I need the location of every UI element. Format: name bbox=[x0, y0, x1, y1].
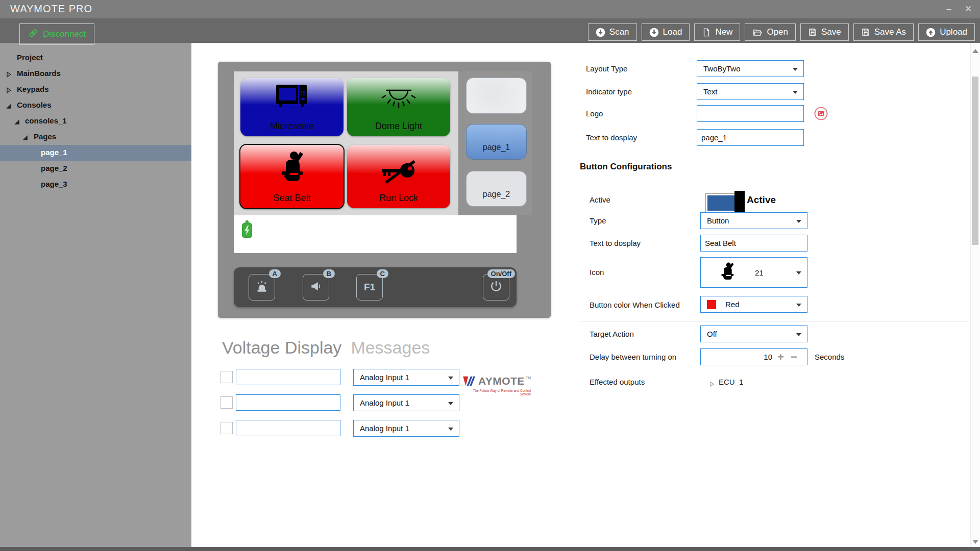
image-icon[interactable] bbox=[814, 107, 828, 122]
save-as-button[interactable]: Save As bbox=[853, 23, 914, 41]
voltage-row-2-source-dropdown[interactable]: Analog Input 1 bbox=[353, 394, 459, 411]
dropdown-value: Analog Input 1 bbox=[360, 424, 409, 433]
delay-stepper[interactable]: + − bbox=[700, 348, 807, 365]
effected-outputs-value[interactable]: ECU_1 bbox=[719, 378, 743, 386]
open-button[interactable]: Open bbox=[745, 23, 796, 41]
button-label: Open bbox=[767, 27, 788, 37]
chevron-down-icon bbox=[448, 377, 453, 380]
tab-messages[interactable]: Messages bbox=[351, 338, 430, 358]
sidebar-item-keypads[interactable]: Keypads bbox=[0, 82, 191, 97]
voltage-row-3-checkbox[interactable] bbox=[220, 422, 233, 434]
chevron-collapsed-icon[interactable] bbox=[709, 380, 715, 385]
badge-on-off: On/Off bbox=[487, 269, 515, 278]
page-tab-blank[interactable] bbox=[466, 78, 527, 114]
indicator-type-dropdown[interactable]: Text bbox=[697, 83, 804, 100]
voltage-row-1-checkbox[interactable] bbox=[220, 371, 233, 383]
dropdown-value: TwoByTwo bbox=[703, 64, 741, 73]
load-button[interactable]: Load bbox=[642, 23, 690, 41]
sidebar-item-project[interactable]: Project bbox=[0, 50, 191, 66]
scan-button[interactable]: Scan bbox=[588, 23, 637, 41]
button-text-label: Text to dosplay bbox=[590, 239, 641, 247]
page-tab-page-2[interactable]: page_2 bbox=[466, 171, 527, 207]
sidebar-item-label: Project bbox=[17, 53, 43, 62]
bottom-strip bbox=[0, 547, 980, 551]
logo-input[interactable] bbox=[697, 105, 804, 122]
voltage-row-3-input[interactable] bbox=[236, 420, 340, 436]
scroll-down-icon[interactable] bbox=[972, 540, 978, 544]
voltage-row-1-source-dropdown[interactable]: Analog Input 1 bbox=[353, 369, 459, 386]
new-button[interactable]: New bbox=[694, 23, 740, 41]
circle-down-arrow-icon bbox=[596, 28, 605, 37]
active-label: Active bbox=[590, 195, 610, 204]
chevron-collapsed-icon[interactable] bbox=[6, 86, 12, 93]
button-label: Save bbox=[821, 27, 841, 37]
voltage-row-1-input[interactable] bbox=[236, 369, 340, 385]
floppy-icon bbox=[861, 28, 870, 37]
vertical-scrollbar[interactable] bbox=[970, 43, 980, 547]
voltage-row-2-input[interactable] bbox=[236, 394, 340, 411]
hardware-button-power: On/Off bbox=[483, 274, 509, 300]
minimize-button[interactable]: – bbox=[942, 3, 955, 15]
scrollbar-thumb[interactable] bbox=[972, 77, 978, 245]
circle-up-arrow-icon bbox=[926, 28, 936, 37]
sidebar-item-mainboards[interactable]: MainBoards bbox=[0, 66, 191, 82]
project-tree-sidebar: Project MainBoards Keypads Consoles cons… bbox=[0, 43, 191, 547]
disconnect-button[interactable]: Disconnect bbox=[19, 23, 94, 45]
button-configurations-heading: Button Configurations bbox=[580, 162, 672, 172]
color-swatch bbox=[707, 300, 716, 309]
delay-unit-label: Seconds bbox=[815, 353, 844, 361]
layout-type-dropdown[interactable]: TwoByTwo bbox=[697, 60, 804, 77]
waymote-pro-window: WAYMOTE PRO – ✕ Disconnect Scan Load New… bbox=[0, 0, 980, 551]
preview-button-seat-belt[interactable]: Seat Belt bbox=[239, 144, 345, 209]
indicator-type-label: Indicator type bbox=[586, 87, 632, 96]
delay-input[interactable] bbox=[701, 349, 772, 365]
battery-icon bbox=[241, 219, 253, 241]
preview-button-dome-light[interactable]: Dome Light bbox=[347, 78, 450, 136]
sidebar-item-consoles-1[interactable]: consoles_1 bbox=[0, 113, 191, 129]
upload-button[interactable]: Upload bbox=[918, 23, 975, 41]
sidebar-item-label: Keypads bbox=[17, 85, 49, 93]
sidebar-item-page-2[interactable]: page_2 bbox=[0, 161, 191, 177]
tab-voltage-display[interactable]: Voltage Display bbox=[222, 338, 341, 358]
microwave-icon bbox=[240, 84, 344, 108]
target-action-dropdown[interactable]: Off bbox=[700, 325, 807, 342]
sidebar-item-pages[interactable]: Pages bbox=[0, 129, 191, 145]
sidebar-item-label: Consoles bbox=[17, 101, 52, 109]
sidebar-item-page-3[interactable]: page_3 bbox=[0, 177, 191, 192]
sidebar-item-consoles[interactable]: Consoles bbox=[0, 97, 191, 113]
page-tab-page-1[interactable]: page_1 bbox=[466, 124, 527, 160]
button-text-input[interactable] bbox=[700, 235, 807, 252]
plus-icon[interactable]: + bbox=[777, 350, 784, 364]
preview-button-run-lock[interactable]: Run Lock bbox=[347, 145, 450, 208]
sidebar-item-page-1[interactable]: page_1 bbox=[0, 145, 191, 161]
page-text-input[interactable] bbox=[697, 129, 804, 146]
close-button[interactable]: ✕ bbox=[962, 3, 975, 15]
voltage-row-2-checkbox[interactable] bbox=[220, 396, 233, 409]
minus-icon[interactable]: − bbox=[791, 350, 797, 364]
logo-label: Logo bbox=[586, 109, 603, 118]
sidebar-item-label: MainBoards bbox=[17, 69, 61, 78]
chevron-collapsed-icon[interactable] bbox=[6, 70, 12, 77]
toggle-knob[interactable] bbox=[734, 191, 745, 212]
target-action-label: Target Action bbox=[590, 330, 634, 338]
chevron-expanded-icon[interactable] bbox=[6, 102, 12, 109]
hardware-button-f1: F1 C bbox=[356, 274, 383, 300]
save-button[interactable]: Save bbox=[800, 23, 849, 41]
scroll-up-icon[interactable] bbox=[972, 49, 978, 53]
active-state-label: Active bbox=[747, 194, 776, 206]
active-toggle[interactable] bbox=[705, 192, 743, 211]
sidebar-item-label: consoles_1 bbox=[25, 116, 67, 125]
button-label: Scan bbox=[609, 27, 629, 37]
console-status-strip: AYMOTE TM The Future Way of Remote and C… bbox=[234, 215, 517, 253]
dropdown-value: Analog Input 1 bbox=[360, 373, 409, 382]
voltage-row-3-source-dropdown[interactable]: Analog Input 1 bbox=[353, 420, 459, 437]
seat-belt-icon bbox=[720, 262, 734, 283]
icon-dropdown[interactable]: 21 bbox=[700, 257, 807, 288]
badge-b: B bbox=[323, 269, 335, 278]
click-color-dropdown[interactable]: Red bbox=[700, 296, 807, 313]
chevron-expanded-icon[interactable] bbox=[14, 118, 20, 124]
f1-label: F1 bbox=[364, 282, 375, 293]
type-dropdown[interactable]: Button bbox=[700, 212, 807, 229]
chevron-expanded-icon[interactable] bbox=[22, 134, 29, 140]
preview-button-microwave[interactable]: Microwave bbox=[240, 78, 344, 136]
